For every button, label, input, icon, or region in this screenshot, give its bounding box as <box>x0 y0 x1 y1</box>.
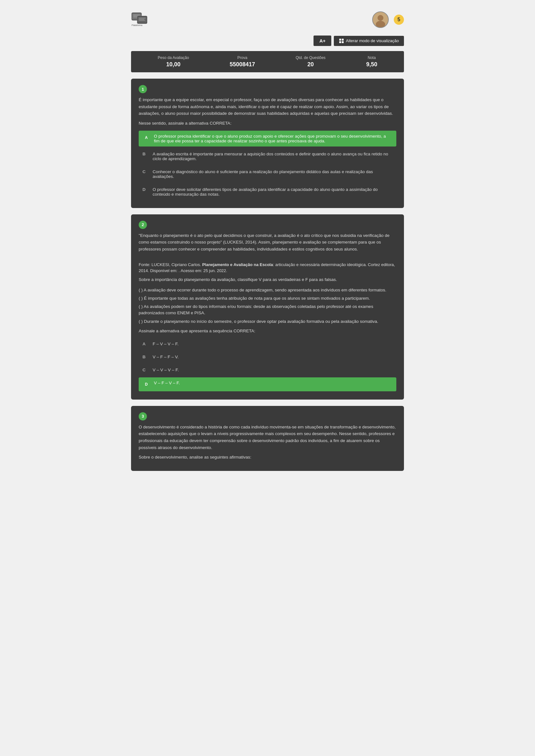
svg-rect-16 <box>339 41 341 43</box>
option-text-1-B: A avaliação escrita é importante para me… <box>153 151 393 161</box>
option-1-D[interactable]: DO professor deve solicitar diferentes t… <box>139 184 396 200</box>
option-text-1-C: Conhecer o diagnóstico do aluno é sufici… <box>153 169 393 179</box>
svg-text:Plataforma: Plataforma <box>132 24 142 26</box>
toolbar: A+ Alterar modo de visualização <box>131 36 404 46</box>
option-2-B[interactable]: BV – F – F – V. <box>139 351 396 363</box>
info-qtd-value: 20 <box>296 61 325 68</box>
option-text-2-A: F – V – V – F. <box>153 341 179 346</box>
info-qtd: Qtd. de Questões 20 <box>296 56 325 68</box>
question-text-3: O desenvolvimento é considerado a histór… <box>139 424 396 451</box>
options-list-2: AF – V – V – F.BV – F – F – V.CV – V – V… <box>139 338 396 391</box>
logo-icon: Plataforma <box>131 12 153 28</box>
view-mode-button[interactable]: Alterar modo de visualização <box>334 36 404 46</box>
option-text-1-D: O professor deve solicitar diferentes ti… <box>153 187 393 197</box>
option-1-B[interactable]: BA avaliação escrita é importante para m… <box>139 148 396 164</box>
svg-rect-6 <box>138 17 147 23</box>
info-bar: Peso da Avaliação 10,00 Prova 55008417 Q… <box>131 51 404 72</box>
info-peso-value: 10,00 <box>158 61 189 68</box>
logo-area: Plataforma <box>131 12 153 28</box>
option-1-C[interactable]: CConhecer o diagnóstico do aluno é sufic… <box>139 166 396 182</box>
question-number-badge-2: 2 <box>139 221 147 229</box>
question-card-1: 1É importante que a equipe escolar, em e… <box>131 79 404 208</box>
info-qtd-label: Qtd. de Questões <box>296 56 325 60</box>
question-source-2: Fonte: LUCKESI, Cipriano Carlos. Planeja… <box>139 262 396 274</box>
header: Plataforma 5 <box>131 6 404 36</box>
option-letter-circle-1-A: A <box>142 134 150 142</box>
option-text-2-B: V – F – F – V. <box>153 355 179 359</box>
avatar <box>372 12 389 28</box>
svg-rect-17 <box>342 41 344 43</box>
info-peso: Peso da Avaliação 10,00 <box>158 56 189 68</box>
info-nota-label: Nota <box>366 56 377 60</box>
svg-point-12 <box>378 15 383 21</box>
tf-item-2-2: ( ) As avaliações podem ser do tipos inf… <box>139 304 396 316</box>
info-prova: Prova 55008417 <box>230 56 255 68</box>
option-text-1-A: O professor precisa identificar o que o … <box>154 134 393 143</box>
view-mode-icon <box>339 39 344 43</box>
tf-item-2-1: ( ) É importante que todas as avaliações… <box>139 295 396 302</box>
option-letter-2-B: B <box>142 355 149 359</box>
question-intro-2: "Enquanto o planejamento é o ato pelo qu… <box>139 232 396 253</box>
option-2-D[interactable]: DV – F – V – F. <box>139 377 396 391</box>
question-card-2: 2"Enquanto o planejamento é o ato pelo q… <box>131 214 404 399</box>
option-1-A[interactable]: AO professor precisa identificar o que o… <box>139 131 396 147</box>
question-instruction-1: Nesse sentido, assinale a alternativa CO… <box>139 121 396 125</box>
option-letter-2-A: A <box>142 341 149 346</box>
view-mode-label: Alterar modo de visualização <box>346 39 399 43</box>
option-letter-2-C: C <box>142 367 149 372</box>
info-prova-value: 55008417 <box>230 61 255 68</box>
info-prova-label: Prova <box>230 56 255 60</box>
svg-rect-14 <box>339 39 341 40</box>
svg-rect-15 <box>342 39 344 40</box>
question-instruction-2: Sobre a importância do planejamento da a… <box>139 277 396 282</box>
option-letter-1-D: D <box>142 187 149 192</box>
info-peso-label: Peso da Avaliação <box>158 56 189 60</box>
header-right: 5 <box>372 12 404 28</box>
option-letter-1-C: C <box>142 169 149 174</box>
question-instruction-3: Sobre o desenvolvimento, analise as segu… <box>139 455 396 460</box>
question-number-badge-3: 3 <box>139 412 147 420</box>
option-2-A[interactable]: AF – V – V – F. <box>139 338 396 349</box>
tf-instruction-2: Assinale a alternativa que apresenta a s… <box>139 329 396 333</box>
notification-badge: 5 <box>394 14 404 25</box>
option-2-C[interactable]: CV – V – V – F. <box>139 364 396 375</box>
font-size-button[interactable]: A+ <box>314 36 331 46</box>
question-card-3: 3O desenvolvimento é considerado a histó… <box>131 406 404 471</box>
option-letter-circle-2-D: D <box>142 381 150 388</box>
info-nota: Nota 9,50 <box>366 56 377 68</box>
option-letter-1-B: B <box>142 151 149 156</box>
tf-item-2-3: ( ) Durante o planejamento no início do … <box>139 318 396 325</box>
option-text-2-D: V – F – V – F. <box>154 381 180 385</box>
question-number-badge-1: 1 <box>139 85 147 93</box>
option-text-2-C: V – V – V – F. <box>153 367 179 372</box>
question-text-1: É importante que a equipe escolar, em es… <box>139 96 396 117</box>
info-nota-value: 9,50 <box>366 61 377 68</box>
tf-item-2-0: ( ) A avaliação deve ocorrer durante tod… <box>139 287 396 293</box>
options-list-1: AO professor precisa identificar o que o… <box>139 131 396 200</box>
questions-container: 1É importante que a equipe escolar, em e… <box>131 79 404 471</box>
svg-point-13 <box>376 21 385 28</box>
